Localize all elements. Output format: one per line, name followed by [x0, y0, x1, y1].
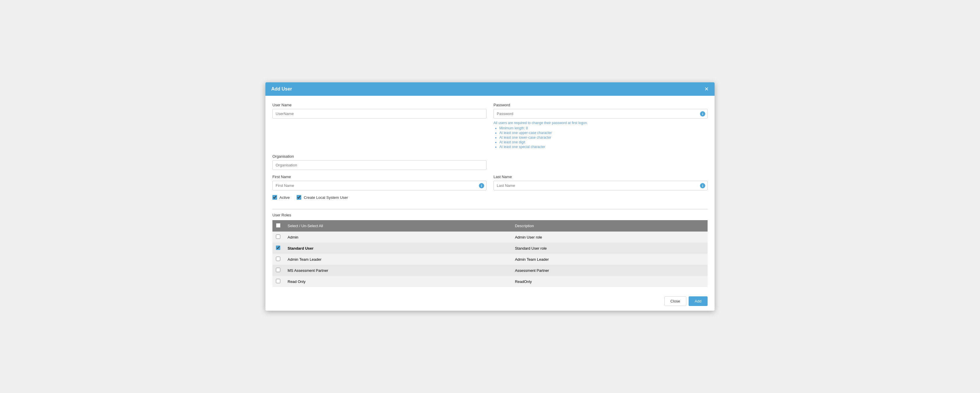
password-hint-list: Minimum length: 8 At least one upper-cas… [493, 126, 708, 149]
hint-item: At least one special character [500, 145, 708, 149]
active-checkbox[interactable] [272, 195, 277, 200]
user-roles-title: User Roles [272, 213, 708, 217]
organisation-input[interactable] [272, 160, 487, 170]
hint-item: At least one upper-case character [500, 131, 708, 135]
role-checkbox-4[interactable] [276, 279, 280, 283]
close-button[interactable]: Close [664, 296, 686, 306]
row-username-password: User Name Password i All users are requi… [272, 103, 708, 150]
role-description-cell: Admin User role [511, 232, 708, 243]
password-info-icon[interactable]: i [700, 111, 705, 117]
username-input-wrapper [272, 109, 487, 118]
lastname-group: Last Name i [493, 174, 708, 190]
table-row: Admin Team LeaderAdmin Team Leader [272, 254, 708, 265]
role-description-cell: Admin Team Leader [511, 254, 708, 265]
password-hint-main: All users are required to change their p… [493, 121, 708, 125]
organisation-spacer [493, 154, 708, 170]
firstname-input-wrapper: i [272, 181, 487, 190]
roles-header-row: Select / Un-Select All Description [272, 220, 708, 232]
modal-footer: Close Add [266, 292, 714, 311]
modal-title: Add User [271, 86, 292, 92]
roles-table-header: Select / Un-Select All Description [272, 220, 708, 232]
lastname-input[interactable] [493, 181, 708, 190]
password-input[interactable] [493, 109, 708, 118]
role-name-cell: Admin [284, 232, 511, 243]
row-check-cell [272, 276, 284, 287]
hint-item: At least one lower-case character [500, 136, 708, 139]
firstname-input[interactable] [272, 181, 487, 190]
role-checkbox-1[interactable] [276, 246, 280, 250]
row-organisation: Organisation [272, 154, 708, 170]
role-name-cell: Standard User [284, 243, 511, 254]
create-local-system-label: Create Local System User [304, 195, 348, 200]
active-label: Active [279, 195, 290, 200]
lastname-label: Last Name [493, 174, 708, 179]
role-checkbox-3[interactable] [276, 268, 280, 272]
hint-item: At least one digit [500, 140, 708, 144]
row-names: First Name i Last Name i [272, 174, 708, 190]
row-checkboxes: Active Create Local System User [272, 195, 708, 204]
roles-table: Select / Un-Select All Description Admin… [272, 220, 708, 287]
col-header-description: Description [511, 220, 708, 232]
password-input-wrapper: i [493, 109, 708, 118]
modal-close-button[interactable]: ✕ [705, 86, 709, 92]
role-checkbox-2[interactable] [276, 257, 280, 261]
roles-table-body: AdminAdmin User roleStandard UserStandar… [272, 232, 708, 287]
role-description-cell: ReadOnly [511, 276, 708, 287]
role-name-cell: Admin Team Leader [284, 254, 511, 265]
organisation-group: Organisation [272, 154, 487, 170]
active-checkbox-row: Active [272, 195, 290, 200]
username-group: User Name [272, 103, 487, 150]
organisation-label: Organisation [272, 154, 487, 158]
username-input[interactable] [272, 109, 487, 118]
lastname-info-icon[interactable]: i [700, 183, 705, 189]
firstname-group: First Name i [272, 174, 487, 190]
username-label: User Name [272, 103, 487, 107]
create-local-system-checkbox-row: Create Local System User [297, 195, 348, 200]
row-check-cell [272, 232, 284, 243]
firstname-info-icon[interactable]: i [479, 183, 484, 189]
add-button[interactable]: Add [689, 296, 708, 306]
firstname-label: First Name [272, 174, 487, 179]
password-hints: All users are required to change their p… [493, 121, 708, 150]
section-divider [272, 209, 708, 209]
table-row: AdminAdmin User role [272, 232, 708, 243]
hint-item: Minimum length: 8 [500, 126, 708, 130]
row-check-cell [272, 265, 284, 276]
add-user-modal: Add User ✕ User Name Password i All [266, 82, 714, 311]
role-description-cell: Assessment Partner [511, 265, 708, 276]
table-row: MS Assessment PartnerAssessment Partner [272, 265, 708, 276]
role-description-cell: Standard User role [511, 243, 708, 254]
modal-header: Add User ✕ [266, 82, 714, 96]
role-name-cell: MS Assessment Partner [284, 265, 511, 276]
table-row: Standard UserStandard User role [272, 243, 708, 254]
col-header-name: Select / Un-Select All [284, 220, 511, 232]
create-local-system-checkbox[interactable] [297, 195, 301, 200]
modal-body: User Name Password i All users are requi… [266, 96, 714, 292]
table-row: Read OnlyReadOnly [272, 276, 708, 287]
select-all-checkbox[interactable] [276, 223, 281, 228]
row-check-cell [272, 254, 284, 265]
row-check-cell [272, 243, 284, 254]
user-roles-section: User Roles Select / Un-Select All Descri… [272, 213, 708, 287]
password-group: Password i All users are required to cha… [493, 103, 708, 150]
role-checkbox-0[interactable] [276, 235, 280, 239]
header-check-col [272, 220, 284, 232]
lastname-input-wrapper: i [493, 181, 708, 190]
organisation-input-wrapper [272, 160, 487, 170]
role-name-cell: Read Only [284, 276, 511, 287]
password-label: Password [493, 103, 708, 107]
